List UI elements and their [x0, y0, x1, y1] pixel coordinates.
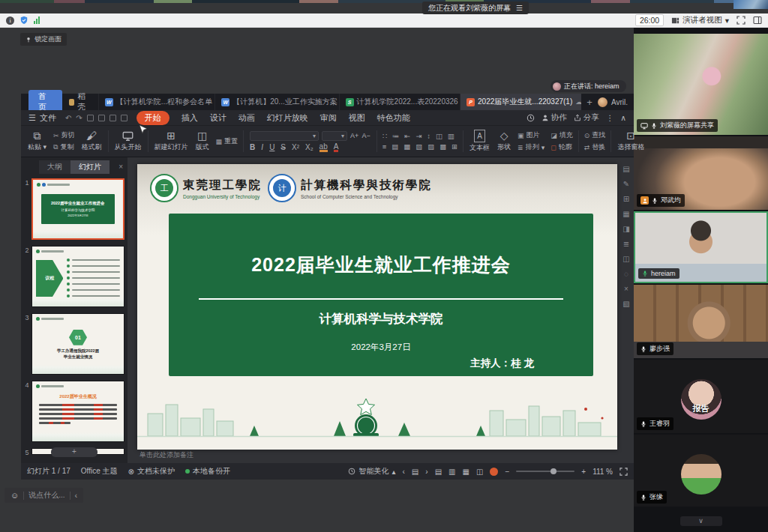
align-left-icon[interactable]: ≡	[382, 142, 387, 151]
zoom-level[interactable]: 111 %	[592, 468, 613, 476]
sidebar-toggle-button[interactable]	[753, 16, 762, 25]
more-participants-button[interactable]: ∨	[680, 516, 722, 526]
numbered-list-icon[interactable]: ≔	[392, 132, 400, 140]
play-slideshow-button[interactable]	[490, 468, 498, 476]
redo-icon[interactable]: ↷	[76, 114, 82, 122]
share-button[interactable]: 分享	[574, 112, 599, 123]
collaborate-button[interactable]: 协作	[542, 112, 567, 123]
strikethrough-button[interactable]: S	[280, 143, 286, 151]
wps-docer-tab[interactable]: 稻壳	[62, 91, 98, 112]
menu-tab-view[interactable]: 视图	[349, 112, 365, 124]
more-menu-icon[interactable]: ⋮	[606, 113, 614, 122]
participant-tile-hereiam-speaking[interactable]: hereiam	[634, 211, 768, 283]
menu-tab-features[interactable]: 特色功能	[377, 112, 410, 124]
font-family-select[interactable]: ▾	[250, 131, 319, 141]
bullet-list-icon[interactable]: ∷	[382, 132, 387, 140]
selection-pane-button[interactable]: ⊡ 选择窗格	[614, 127, 648, 155]
underline-button[interactable]: U	[269, 143, 274, 151]
pin-view-badge[interactable]: 锁定画面	[20, 33, 67, 46]
distribute-icon[interactable]: ▨	[428, 142, 434, 151]
copy-button[interactable]: ⧉复制	[53, 142, 75, 152]
align-center-icon[interactable]: ▤	[392, 142, 398, 151]
doc-tab-3[interactable]: S 计算机学院2022...表20220326 ☁	[339, 94, 460, 110]
find-button[interactable]: ⊙查找	[584, 130, 606, 140]
close-panel-icon[interactable]: ×	[118, 163, 123, 171]
participant-tile-zhangyuan[interactable]: 张缘	[634, 435, 768, 507]
print-icon[interactable]	[98, 115, 105, 121]
next-slide-button[interactable]: ›	[425, 468, 428, 476]
menu-tab-review[interactable]: 审阅	[320, 112, 337, 124]
slide-thumbnail-4[interactable]: 2022届毕业生概况	[32, 381, 124, 442]
wps-account[interactable]: Avril.	[598, 97, 628, 107]
assistant-icon[interactable]	[526, 114, 535, 122]
layout-pane-icon[interactable]: ◫	[622, 255, 629, 263]
line-spacing-icon[interactable]: ↕	[427, 132, 430, 140]
banner-menu-icon[interactable]: ☰	[516, 4, 523, 12]
participant-tile-liaobuqiang[interactable]: 廖步强	[634, 285, 768, 358]
participant-tile-wangruiyu[interactable]: 报告 王睿羽	[634, 360, 768, 433]
zoom-slider[interactable]	[516, 471, 574, 472]
format-painter-button[interactable]: 🖌 格式刷	[78, 127, 106, 155]
notes-view-button[interactable]: ◫	[476, 468, 483, 476]
menu-tab-insert[interactable]: 插入	[182, 112, 198, 124]
normal-view-button[interactable]: ▤	[435, 468, 442, 476]
text-direction-icon[interactable]: ▥	[448, 132, 454, 140]
add-slide-button[interactable]: +	[51, 447, 98, 457]
indent-icon[interactable]: ⇥	[416, 132, 422, 140]
slides-tab[interactable]: 幻灯片	[70, 160, 110, 174]
outline-tab[interactable]: 大纲	[39, 160, 70, 174]
more-tools-icon[interactable]	[121, 115, 128, 121]
slide-thumbnail-1[interactable]: 2022届毕业生就业工作推进会 计算机科学与技术学院 2022年3月27日	[32, 178, 124, 240]
color-scheme-icon[interactable]: ◨	[622, 225, 629, 233]
textbox-button[interactable]: A 文本框	[466, 127, 494, 155]
collapse-chat-icon[interactable]: ‹	[75, 491, 78, 500]
slide-menu-button[interactable]: ▤	[412, 468, 418, 476]
font-color-button[interactable]: A	[334, 143, 339, 152]
new-tab-button[interactable]: +	[581, 97, 598, 108]
participant-tile-screenshare[interactable]: 刘紫薇的屏幕共享	[634, 34, 768, 135]
slide-thumbnail-2[interactable]: 议程	[32, 246, 124, 307]
quick-chat-input[interactable]: ☺ 说点什么... ‹	[4, 488, 83, 503]
paste-button[interactable]: ⧉ 粘贴 ▾	[24, 127, 50, 155]
menu-tab-home[interactable]: 开始	[136, 111, 170, 125]
outline-button[interactable]: ◻轮廓	[550, 142, 573, 152]
menu-tab-slideshow[interactable]: 幻灯片放映	[267, 112, 308, 124]
emoji-icon[interactable]: ☺	[10, 491, 19, 500]
participant-tile-dengwujun[interactable]: 邓武均	[634, 136, 768, 210]
font-size-select[interactable]: ▾	[322, 131, 347, 141]
sorter-view-button[interactable]: ▥	[448, 468, 455, 476]
cut-button[interactable]: ✂剪切	[53, 130, 75, 140]
task-pane-icon[interactable]: ▤	[622, 165, 629, 173]
object-pane-icon[interactable]: ◌	[624, 270, 628, 278]
collapse-ribbon-icon[interactable]: ∧	[620, 113, 626, 122]
chat-placeholder[interactable]: 说点什么...	[28, 490, 64, 501]
backup-status[interactable]: 本地备份开	[185, 466, 230, 477]
export-icon[interactable]	[110, 115, 116, 121]
font-increase-button[interactable]: A+	[350, 132, 358, 139]
doc-tab-4-active[interactable]: P 2022届毕业生就...220327(1) ☁ ×	[460, 94, 581, 110]
align-right-icon[interactable]: ▦	[404, 142, 410, 151]
fit-slide-button[interactable]	[620, 468, 628, 476]
subscript-button[interactable]: X₂	[305, 143, 314, 151]
zoom-slider-knob[interactable]	[550, 468, 556, 474]
view-mode-button[interactable]: 演讲者视图 ▾	[671, 15, 729, 25]
menu-tab-design[interactable]: 设计	[210, 112, 226, 124]
protection-status[interactable]: ⊗ 文档未保护	[128, 466, 175, 477]
doc-tab-1[interactable]: W 【计算机学院...程和参会名单 ☁	[98, 94, 215, 110]
picture-button[interactable]: ▣图片	[518, 130, 544, 140]
columns-icon[interactable]: ◫	[436, 132, 442, 140]
menu-tab-animation[interactable]: 动画	[238, 112, 255, 124]
prev-slide-button[interactable]: ‹	[402, 468, 404, 476]
notes-placeholder[interactable]: 单击此处添加备注	[140, 450, 194, 460]
fill-button[interactable]: ◪填充	[550, 130, 573, 140]
new-pane-icon[interactable]: ⊞	[623, 195, 629, 203]
align-top-icon[interactable]: ▩	[440, 142, 446, 151]
animation-pane-icon[interactable]: ≣	[623, 240, 629, 248]
template-icon[interactable]: ▦	[622, 210, 629, 218]
justify-icon[interactable]: ▧	[416, 142, 422, 151]
arrange-button[interactable]: ≣排列 ▾	[518, 142, 544, 152]
doc-tab-2[interactable]: W 【计算机】20...业工作实施方案 ☁	[214, 94, 338, 110]
bold-button[interactable]: B	[250, 143, 255, 151]
smart-beautify-button[interactable]: 智能美化 ▴	[348, 466, 395, 477]
shape-button[interactable]: ◇ 形状	[494, 127, 514, 155]
